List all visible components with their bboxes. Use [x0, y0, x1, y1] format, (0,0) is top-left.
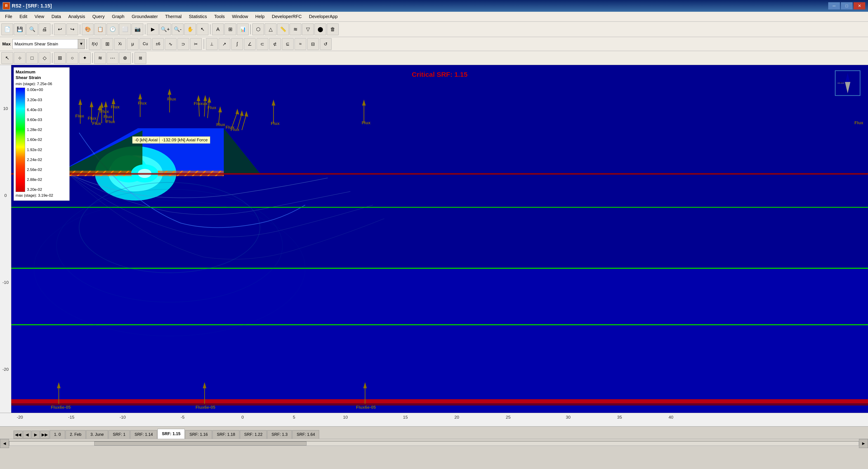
- text-button[interactable]: A: [212, 24, 224, 35]
- points-button[interactable]: ⋯: [107, 52, 119, 64]
- segment-button[interactable]: ⊞: [54, 52, 66, 64]
- strain-button[interactable]: ≈: [294, 38, 306, 50]
- y-tick-0: 0: [4, 193, 7, 198]
- tab-nav-prev[interactable]: ◀: [23, 431, 31, 439]
- menu-data[interactable]: Data: [49, 13, 64, 20]
- menu-edit[interactable]: Edit: [16, 13, 30, 20]
- subscript-x[interactable]: Xi: [114, 38, 126, 50]
- box-button[interactable]: □: [26, 52, 38, 64]
- chart-button[interactable]: 📊: [237, 24, 249, 35]
- menu-statistics[interactable]: Statistics: [186, 13, 210, 20]
- tab-1-0[interactable]: 1. 0: [50, 430, 65, 439]
- node-button[interactable]: ⊹: [14, 52, 26, 64]
- menu-developerrfc[interactable]: DeveloperRFC: [269, 13, 305, 20]
- tab-nav-last[interactable]: ▶▶: [40, 431, 49, 439]
- tab-srf-118[interactable]: SRF: 1.18: [213, 430, 239, 439]
- zoom-out-button[interactable]: 🔍-: [172, 24, 184, 35]
- tab-nav-first[interactable]: ◀◀: [13, 431, 23, 439]
- shield-button[interactable]: ⊂: [256, 38, 268, 50]
- result-dropdown-arrow[interactable]: ▼: [78, 39, 85, 49]
- clock-button[interactable]: 🕐: [107, 24, 119, 35]
- camera-button[interactable]: 📷: [131, 24, 143, 35]
- curve-button[interactable]: ∫: [231, 38, 243, 50]
- menu-graph[interactable]: Graph: [109, 13, 128, 20]
- tab-srf-164[interactable]: SRF: 1.64: [292, 430, 319, 439]
- menu-analysis[interactable]: Analysis: [65, 13, 88, 20]
- flux-label-13: Flux: [216, 122, 225, 127]
- open-button[interactable]: 💾: [14, 24, 26, 35]
- layers-button[interactable]: 📋: [94, 24, 106, 35]
- wave-button[interactable]: ∿: [165, 38, 177, 50]
- menu-tools[interactable]: Tools: [211, 13, 228, 20]
- scroll-thumb[interactable]: [94, 441, 307, 445]
- pan-button[interactable]: ✋: [184, 24, 196, 35]
- menu-view[interactable]: View: [31, 13, 48, 20]
- contour-button[interactable]: ≋: [289, 24, 301, 35]
- cylinder-button[interactable]: ⬤: [314, 24, 326, 35]
- select-button[interactable]: ↖: [197, 24, 209, 35]
- color-wheel-button[interactable]: 🎨: [82, 24, 94, 35]
- ruler-button[interactable]: 📏: [277, 24, 289, 35]
- tab-srf-1[interactable]: SRF: 1: [108, 430, 130, 439]
- contour2-button[interactable]: ⊃: [178, 38, 189, 50]
- grid-button[interactable]: ⊞: [101, 38, 113, 50]
- triangle-button[interactable]: △: [265, 24, 276, 35]
- tab-srf-115[interactable]: SRF: 1.15: [158, 429, 185, 439]
- circle-button[interactable]: ○: [66, 52, 78, 64]
- arrow-button[interactable]: ↗: [219, 38, 230, 50]
- menu-query[interactable]: Query: [89, 13, 107, 20]
- trash-button[interactable]: 🗑: [327, 24, 339, 35]
- stress-button[interactable]: ⊆: [282, 38, 293, 50]
- canvas-area[interactable]: ← Critical SRF: 1.15 -0 [kN] Axial Force…: [11, 65, 868, 413]
- select3-button[interactable]: ↖: [1, 52, 13, 64]
- tab-2-feb[interactable]: 2. Feb: [66, 430, 86, 439]
- scroll-track[interactable]: [9, 441, 859, 446]
- tab-srf-116[interactable]: SRF: 1.16: [185, 430, 212, 439]
- star-button[interactable]: ✦: [79, 52, 91, 64]
- table-button[interactable]: ⊞: [224, 24, 236, 35]
- result-dropdown-label: Maximum Shear Strain: [13, 41, 78, 46]
- grid2-button[interactable]: ⊟: [307, 38, 319, 50]
- undo-button[interactable]: ↩: [54, 24, 66, 35]
- zoom-in-button[interactable]: 🔍+: [159, 24, 171, 35]
- menu-window[interactable]: Window: [229, 13, 251, 20]
- refresh-button[interactable]: ↺: [320, 38, 332, 50]
- scroll-left-btn[interactable]: ◀: [0, 439, 9, 448]
- menu-thermal[interactable]: Thermal: [162, 13, 185, 20]
- maximize-button[interactable]: □: [841, 2, 852, 9]
- redo-button[interactable]: ↪: [66, 24, 78, 35]
- force-button[interactable]: ⊄: [269, 38, 281, 50]
- filter-button[interactable]: ▽: [302, 24, 314, 35]
- new-button[interactable]: 📄: [1, 24, 13, 35]
- wave2-button[interactable]: ≋: [94, 52, 106, 64]
- isolate-button[interactable]: ⊥: [206, 38, 218, 50]
- menu-help[interactable]: Help: [252, 13, 268, 20]
- menu-developerapp[interactable]: DeveloperApp: [306, 13, 341, 20]
- result-dropdown[interactable]: Maximum Shear Strain ▼: [12, 39, 85, 49]
- scroll-right-btn[interactable]: ▶: [859, 439, 868, 448]
- minimize-button[interactable]: ─: [828, 2, 840, 9]
- tab-srf-114[interactable]: SRF: 1.14: [130, 430, 157, 439]
- shape-button[interactable]: ⬡: [252, 24, 264, 35]
- cu-button[interactable]: Cu: [140, 38, 151, 50]
- close-button[interactable]: ✕: [854, 2, 865, 9]
- menu-file[interactable]: File: [2, 13, 16, 20]
- mu-button[interactable]: μ: [127, 38, 138, 50]
- fx-button[interactable]: f(x): [89, 38, 101, 50]
- play-button[interactable]: ▶: [147, 24, 159, 35]
- print-button[interactable]: 🖨: [39, 24, 51, 35]
- box2-button[interactable]: ⊠: [134, 52, 146, 64]
- menu-groundwater[interactable]: Groundwater: [129, 13, 161, 20]
- tab-srf-122[interactable]: SRF: 1.22: [240, 430, 267, 439]
- tab-3-june[interactable]: 3. June: [86, 430, 108, 439]
- zoom-button[interactable]: 🔍: [26, 24, 38, 35]
- angle-button[interactable]: ∠: [244, 38, 256, 50]
- flux-label-2: Flux: [75, 113, 84, 119]
- scatter-button[interactable]: ⊕: [119, 52, 131, 64]
- tab-srf-13[interactable]: SRF: 1.3: [267, 430, 292, 439]
- tab-nav-next[interactable]: ▶: [32, 431, 40, 439]
- scissors-button[interactable]: ✂: [190, 38, 202, 50]
- poly-button[interactable]: ◇: [39, 52, 51, 64]
- view-button[interactable]: ⬜: [119, 24, 131, 35]
- plus-minus-button[interactable]: ±6: [152, 38, 164, 50]
